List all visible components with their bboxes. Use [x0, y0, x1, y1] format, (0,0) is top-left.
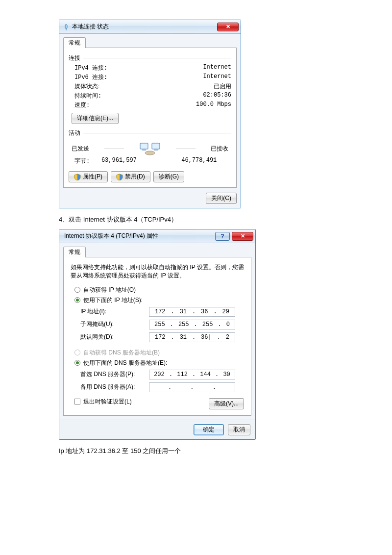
radio-icon [74, 350, 80, 355]
radio-auto-dns: 自动获得 DNS 服务器地址(B) [71, 348, 244, 358]
dialog-title: Internet 协议版本 4 (TCP/IPv4) 属性 [64, 232, 215, 240]
radio-icon [74, 360, 80, 366]
tab-general[interactable]: 常规 [63, 247, 86, 257]
ip-instruction-text: 如果网络支持此功能，则可以获取自动指派的 IP 设置。否则，您需要从网络系统管理… [71, 263, 244, 280]
connection-icon [62, 23, 70, 31]
close-button[interactable]: ✕ [217, 23, 239, 31]
bytes-recv: 46,778,491 [170, 157, 228, 165]
field-alternate-dns: 备用 DNS 服务器(A): . . . [71, 381, 244, 394]
ipv4-properties-dialog: Internet 协议版本 4 (TCP/IPv4) 属性 ? ✕ 常规 如果网… [59, 229, 256, 440]
activity-group-header: 活动 [69, 129, 231, 137]
ok-button[interactable]: 确定 [194, 424, 224, 435]
svg-point-6 [145, 151, 155, 155]
svg-rect-0 [65, 25, 67, 28]
row-ipv6: IPv6 连接:Internet [69, 73, 231, 82]
diagnose-button[interactable]: 诊断(G) [153, 171, 184, 182]
radio-icon [74, 297, 80, 303]
field-ip-address: IP 地址(I): 172. 31. 36. 29 [71, 305, 244, 318]
ip-address-input[interactable]: 172. 31. 36. 29 [149, 307, 235, 317]
recv-label: 已接收 [211, 145, 228, 153]
cancel-button[interactable]: 取消 [228, 424, 250, 435]
connection-group-header: 连接 [69, 54, 231, 62]
shield-icon [74, 174, 81, 180]
close-dialog-button[interactable]: 关闭(C) [206, 193, 237, 204]
subnet-mask-input[interactable]: 255. 255. 255. 0 [149, 320, 235, 329]
radio-use-dns[interactable]: 使用下面的 DNS 服务器地址(E): [71, 358, 244, 368]
checkbox-icon [74, 399, 80, 404]
properties-button[interactable]: 属性(P) [69, 171, 108, 182]
disable-button[interactable]: 禁用(D) [111, 171, 150, 182]
svg-rect-5 [154, 149, 158, 151]
default-gateway-input[interactable]: 172. 31. 36|. 2 [149, 332, 235, 342]
close-icon: ✕ [241, 233, 245, 239]
preferred-dns-input[interactable]: 202. 112. 144. 30 [149, 370, 235, 379]
alternate-dns-input[interactable]: . . . [149, 382, 235, 392]
bytes-label: 字节: [72, 157, 90, 165]
radio-use-ip[interactable]: 使用下面的 IP 地址(S): [71, 295, 244, 305]
titlebar[interactable]: 本地连接 状态 ✕ [59, 20, 241, 34]
field-subnet-mask: 子网掩码(U): 255. 255. 255. 0 [71, 318, 244, 331]
radio-icon [74, 287, 80, 293]
network-icon [139, 141, 161, 156]
sent-label: 已发送 [72, 145, 89, 153]
row-duration: 持续时间:02:05:36 [69, 91, 231, 101]
shield-icon [116, 174, 123, 180]
help-button[interactable]: ? [215, 232, 230, 241]
bytes-sent: 63,961,597 [90, 157, 148, 165]
row-media: 媒体状态:已启用 [69, 82, 231, 91]
close-icon: ✕ [226, 24, 230, 30]
advanced-button[interactable]: 高级(V)... [209, 398, 244, 409]
details-button[interactable]: 详细信息(E)... [72, 113, 119, 124]
ip-range-note: Ip 地址为 172.31.36.2 至 150 之间任用一个 [59, 447, 392, 455]
dialog-title: 本地连接 状态 [72, 23, 217, 31]
svg-rect-3 [152, 143, 160, 149]
row-ipv4: IPv4 连接:Internet [69, 63, 231, 73]
tab-general[interactable]: 常规 [63, 37, 86, 48]
radio-auto-ip[interactable]: 自动获得 IP 地址(O) [71, 285, 244, 295]
step-4-text: 4、双击 Internet 协议版本 4（TCP/IPv4） [59, 215, 392, 224]
field-preferred-dns: 首选 DNS 服务器(P): 202. 112. 144. 30 [71, 368, 244, 381]
titlebar[interactable]: Internet 协议版本 4 (TCP/IPv4) 属性 ? ✕ [59, 229, 255, 243]
close-button[interactable]: ✕ [232, 232, 253, 241]
svg-rect-4 [142, 149, 146, 151]
svg-rect-2 [140, 143, 148, 149]
local-connection-status-dialog: 本地连接 状态 ✕ 常规 连接 IPv4 连接:Internet IPv6 连接… [59, 20, 241, 208]
field-default-gateway: 默认网关(D): 172. 31. 36|. 2 [71, 331, 244, 344]
row-speed: 速度:100.0 Mbps [69, 101, 231, 110]
